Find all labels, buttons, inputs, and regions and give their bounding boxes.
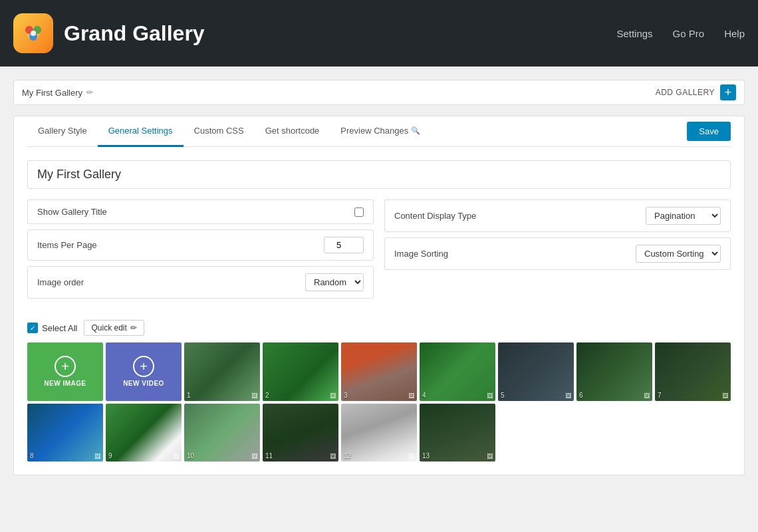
settings-area: Show Gallery Title Items Per Page Image … [27,147,731,475]
quick-edit-label: Quick edit [91,323,126,332]
select-all-button[interactable]: ✓ Select All [27,323,77,333]
gallery-title-input[interactable] [27,160,731,189]
image-order-label: Image order [37,277,84,287]
content-display-type-setting: Content Display Type Pagination Load Mor… [384,200,731,232]
app-logo [13,13,53,53]
content-display-type-select[interactable]: Pagination Load More Infinite Scroll [646,207,721,225]
new-image-cell[interactable]: + NEW IMAGE [27,342,103,401]
image-sorting-select[interactable]: Custom Sorting Date Title Random [636,245,721,263]
image-sorting-setting: Image Sorting Custom Sorting Date Title … [384,237,731,270]
image-cell-10[interactable]: 10 🖼 [184,404,260,462]
tab-general-settings[interactable]: General Settings [98,116,184,147]
items-per-page-input[interactable] [324,237,364,253]
gallery-name-text: My First Gallery [22,88,82,98]
image-cell-9[interactable]: 9 🖼 [106,404,182,462]
settings-col-left: Show Gallery Title Items Per Page Image … [27,200,374,304]
settings-col-right: Content Display Type Pagination Load Mor… [384,200,731,304]
gopro-nav[interactable]: Go Pro [673,28,705,39]
new-image-plus-icon: + [55,356,76,377]
tab-get-shortcode[interactable]: Get shortcode [255,116,330,147]
image-sorting-label: Image Sorting [394,249,448,259]
tabs-header: Gallery Style General Settings Custom CS… [27,116,731,147]
gallery-toolbar: ✓ Select All Quick edit ✏ [27,312,731,342]
select-all-checkbox-icon: ✓ [27,323,38,333]
select-all-label: Select All [42,323,77,333]
image-cell-6[interactable]: 6 🖼 [576,342,652,401]
image-cell-4[interactable]: 4 🖼 [420,342,495,401]
image-grid-row-1: + NEW IMAGE + NEW VIDEO 1 🖼 [27,342,731,401]
settings-nav[interactable]: Settings [616,28,652,39]
show-gallery-title-label: Show Gallery Title [37,207,107,217]
pencil-icon: ✏ [130,323,137,332]
settings-row-1: Show Gallery Title Items Per Page Image … [27,200,731,304]
tab-gallery-style[interactable]: Gallery Style [27,116,98,147]
top-bar: Grand Gallery Settings Go Pro Help [0,0,758,66]
tabs-panel: Gallery Style General Settings Custom CS… [13,116,745,475]
add-gallery-button[interactable]: + [720,84,736,100]
image-cell-13[interactable]: 13 🖼 [420,404,495,462]
items-per-page-label: Items Per Page [37,240,97,250]
content-area: My First Gallery ✏ ADD GALLERY + Gallery… [0,66,758,489]
new-video-cell[interactable]: + NEW VIDEO [106,342,182,401]
new-video-label: NEW VIDEO [123,380,164,387]
image-cell-8[interactable]: 8 🖼 [27,404,103,462]
show-gallery-title-checkbox[interactable] [354,207,364,217]
tab-preview-changes[interactable]: Preview Changes 🔍 [330,116,431,147]
items-per-page-setting: Items Per Page [27,229,374,261]
show-gallery-title-setting: Show Gallery Title [27,200,374,224]
gallery-name-label: My First Gallery ✏ [22,88,93,98]
save-button[interactable]: Save [687,122,731,141]
image-cell-3[interactable]: 3 🖼 [341,342,417,401]
image-cell-11[interactable]: 11 🖼 [263,404,338,462]
new-video-plus-icon: + [133,356,154,377]
gallery-name-bar: My First Gallery ✏ ADD GALLERY + [13,80,745,105]
image-grid-row-2: 8 🖼 9 🖼 10 🖼 [27,404,731,462]
image-cell-5[interactable]: 5 🖼 [498,342,574,401]
tab-custom-css[interactable]: Custom CSS [184,116,255,147]
new-image-label: NEW IMAGE [44,380,86,387]
image-cell-12[interactable]: 12 🖼 [341,404,417,462]
image-order-select[interactable]: Random Date Title Custom [305,273,364,291]
preview-search-icon: 🔍 [411,126,420,135]
image-cell-1[interactable]: 1 🖼 [184,342,260,401]
svg-point-4 [31,31,36,36]
logo-wrap: Grand Gallery [13,13,205,53]
image-order-setting: Image order Random Date Title Custom [27,266,374,299]
top-nav: Settings Go Pro Help [616,28,745,39]
content-display-type-label: Content Display Type [394,211,476,221]
app-title: Grand Gallery [64,21,205,46]
quick-edit-button[interactable]: Quick edit ✏ [84,320,144,336]
help-nav[interactable]: Help [724,28,745,39]
image-cell-7[interactable]: 7 🖼 [655,342,731,401]
add-gallery-label: ADD GALLERY [656,88,715,97]
image-cell-2[interactable]: 2 🖼 [263,342,338,401]
edit-gallery-name-icon[interactable]: ✏ [86,88,93,97]
